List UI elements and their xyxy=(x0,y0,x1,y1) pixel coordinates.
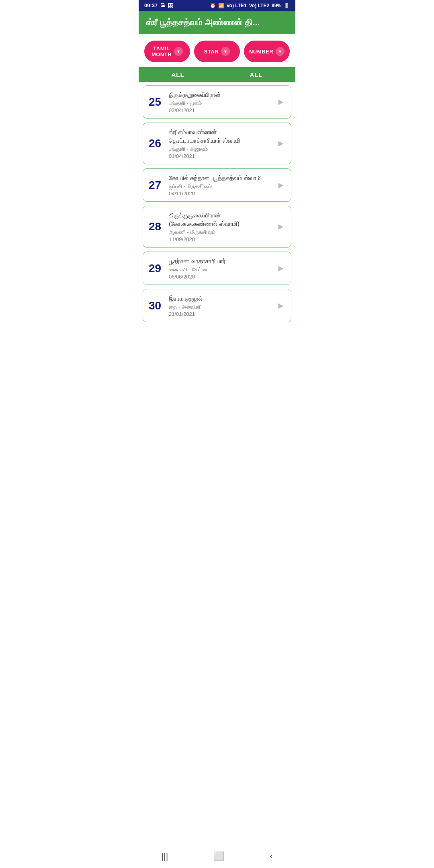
number-chevron-icon: ▼ xyxy=(276,47,285,56)
item-arrow-icon-3: ► xyxy=(276,221,285,232)
star-chevron-icon: ▼ xyxy=(221,47,230,56)
list-item[interactable]: 25 திருக்குறுகைப்பிரான் பங்குனி - மூலம் … xyxy=(143,85,291,119)
item-sub-5: தை - அஸ்வினீ xyxy=(169,304,271,310)
tamil-month-chevron-icon: ▼ xyxy=(174,47,183,56)
time-display: 09:37 xyxy=(144,2,158,8)
table-header-col1: ALL xyxy=(139,71,217,78)
signal-lte2-icon: Vo) LTE2 xyxy=(249,3,269,8)
item-arrow-icon-0: ► xyxy=(276,97,285,107)
item-name-5: இராமானுஜன் xyxy=(169,294,271,303)
item-content-3: திருக்குருகைப்பிரான் (கோ.க.சு.கண்ணன் ஸ்வ… xyxy=(169,211,271,242)
item-number-4: 29 xyxy=(149,262,163,275)
item-name-3: திருக்குருகைப்பிரான் (கோ.க.சு.கண்ணன் ஸ்வ… xyxy=(169,211,271,228)
signal-lte1-icon: Vo) LTE1 xyxy=(227,3,247,8)
item-name-1: ஸ்ரீ எம்பாவண்ணன் தொட்டாயாச்சாரியார் ஸ்வா… xyxy=(169,128,271,145)
item-date-1: 01/04/2021 xyxy=(169,153,271,159)
weather-icon: 🌤 xyxy=(160,2,165,8)
item-number-1: 26 xyxy=(149,137,163,150)
star-filter[interactable]: STAR ▼ xyxy=(194,41,240,62)
item-date-5: 21/01/2021 xyxy=(169,311,271,317)
list-container: 25 திருக்குறுகைப்பிரான் பங்குனி - மூலம் … xyxy=(139,82,295,326)
list-item[interactable]: 27 கோயில் கந்தாடைபூத்தசத்வம் ஸ்வாமி ஐப்ப… xyxy=(143,168,291,202)
item-date-2: 04/11/2020 xyxy=(169,190,271,197)
item-number-3: 28 xyxy=(149,220,163,233)
number-label: NUMBER xyxy=(249,49,273,55)
item-content-1: ஸ்ரீ எம்பாவண்ணன் தொட்டாயாச்சாரியார் ஸ்வா… xyxy=(169,128,271,159)
image-icon: 🖼 xyxy=(168,2,173,8)
item-name-4: பூதர்சன வரதாசாரியார் xyxy=(169,257,271,265)
item-arrow-icon-5: ► xyxy=(276,301,285,311)
star-label: STAR xyxy=(204,49,219,55)
item-arrow-icon-2: ► xyxy=(276,180,285,190)
item-content-5: இராமானுஜன் தை - அஸ்வினீ 21/01/2021 xyxy=(169,294,271,317)
list-item[interactable]: 28 திருக்குருகைப்பிரான் (கோ.க.சு.கண்ணன் … xyxy=(143,206,291,248)
tamil-month-filter[interactable]: TAMIL MONTH ▼ xyxy=(144,41,190,62)
item-content-0: திருக்குறுகைப்பிரான் பங்குனி - மூலம் 03/… xyxy=(169,90,271,113)
app-title: ஸ்ரீ பூத்தசத்வம் அண்ணன் தி... xyxy=(146,17,288,28)
table-header: ALL ALL xyxy=(139,67,295,82)
item-sub-1: பங்குனி - அனுஷம் xyxy=(169,146,271,152)
item-number-0: 25 xyxy=(149,96,163,108)
item-content-4: பூதர்சன வரதாசாரியார் வைகாசி - கேட்டை 06/… xyxy=(169,257,271,280)
item-sub-3: ஆவணி - மிருகசீர்ஷம் xyxy=(169,229,271,235)
item-arrow-icon-4: ► xyxy=(276,263,285,274)
battery-icon: 🔋 xyxy=(284,3,290,8)
table-header-col2: ALL xyxy=(217,71,295,78)
status-left: 09:37 🌤 🖼 xyxy=(144,2,173,8)
item-date-3: 11/09/2020 xyxy=(169,236,271,242)
item-name-0: திருக்குறுகைப்பிரான் xyxy=(169,90,271,99)
item-number-2: 27 xyxy=(149,179,163,192)
tamil-month-label: TAMIL MONTH xyxy=(151,45,172,57)
item-name-2: கோயில் கந்தாடைபூத்தசத்வம் ஸ்வாமி xyxy=(169,174,271,182)
item-content-2: கோயில் கந்தாடைபூத்தசத்வம் ஸ்வாமி ஐப்பசி … xyxy=(169,174,271,197)
alarm-icon: ⏰ xyxy=(210,3,216,8)
item-date-4: 06/06/2020 xyxy=(169,274,271,280)
wifi-icon: 📶 xyxy=(218,3,224,8)
app-header: ஸ்ரீ பூத்தசத்வம் அண்ணன் தி... xyxy=(139,11,295,34)
list-item[interactable]: 30 இராமானுஜன் தை - அஸ்வினீ 21/01/2021 ► xyxy=(143,289,291,322)
item-date-0: 03/04/2021 xyxy=(169,107,271,113)
item-arrow-icon-1: ► xyxy=(276,138,285,149)
status-bar: 09:37 🌤 🖼 ⏰ 📶 Vo) LTE1 Vo) LTE2 99% 🔋 xyxy=(139,0,295,11)
item-sub-4: வைகாசி - கேட்டை xyxy=(169,266,271,273)
number-filter[interactable]: NUMBER ▼ xyxy=(244,41,290,62)
item-sub-0: பங்குனி - மூலம் xyxy=(169,100,271,106)
list-item[interactable]: 29 பூதர்சன வரதாசாரியார் வைகாசி - கேட்டை … xyxy=(143,252,291,285)
battery-level: 99% xyxy=(272,3,281,8)
list-item[interactable]: 26 ஸ்ரீ எம்பாவண்ணன் தொட்டாயாச்சாரியார் ஸ… xyxy=(143,123,291,164)
filter-row: TAMIL MONTH ▼ STAR ▼ NUMBER ▼ xyxy=(139,34,295,67)
status-right: ⏰ 📶 Vo) LTE1 Vo) LTE2 99% 🔋 xyxy=(210,3,290,8)
item-sub-2: ஐப்பசி - மிருகசீர்ஷம் xyxy=(169,183,271,190)
item-number-5: 30 xyxy=(149,299,163,312)
